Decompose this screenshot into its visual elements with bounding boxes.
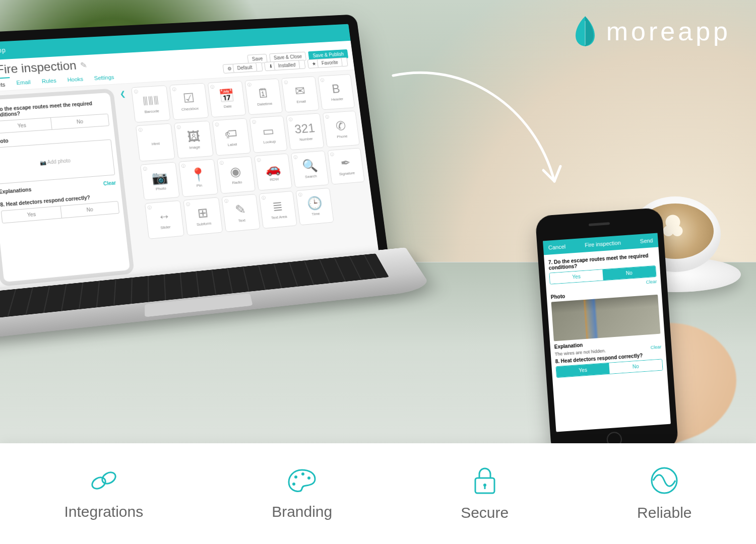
number-icon: 321 [294,121,316,135]
widget-date[interactable]: ⓘ📅Date [207,81,246,117]
phone-send-button[interactable]: Send [640,237,653,244]
text-icon: ✎ [234,203,246,217]
info-icon[interactable]: ⓘ [320,78,325,83]
info-icon[interactable]: ⓘ [252,119,257,125]
phone-title: Fire inspection [585,240,621,248]
widget-signature[interactable]: ⓘ✒Signature [327,148,365,184]
widget-radio[interactable]: ⓘ◉Radio [217,156,256,194]
widget-text[interactable]: ⓘ✎Text [221,194,260,232]
tab-settings[interactable]: Settings [89,71,120,86]
tab-widgets[interactable]: Widgets [0,77,11,92]
info-icon[interactable]: ⓘ [247,82,252,88]
widget-phone[interactable]: ⓘ✆Phone [323,111,360,148]
edit-icon[interactable]: ✎ [80,60,87,70]
filter-installed[interactable]: ⬇ Installed [264,60,305,71]
time-icon: 🕒 [306,196,323,210]
info-icon[interactable]: ⓘ [224,198,228,204]
date-icon: 📅 [218,89,234,103]
widget-time[interactable]: ⓘ🕒Time [296,188,334,226]
info-icon[interactable]: ⓘ [138,127,143,133]
feature-reliable: Reliable [637,466,691,521]
info-icon[interactable]: ⓘ [325,114,330,120]
preview-q7-yesno[interactable]: Yes No [0,113,109,133]
phone-explanation-clear[interactable]: Clear [650,345,661,350]
widget-lookup[interactable]: ⓘ▭Lookup [249,116,288,153]
collapse-chevron-icon[interactable]: ❮ [117,88,128,100]
widget-search[interactable]: ⓘ🔍Search [291,151,329,188]
widget-datetime[interactable]: ⓘ🗓Datetime [244,79,283,115]
info-icon[interactable]: ⓘ [134,89,138,95]
info-icon[interactable]: ⓘ [289,117,293,122]
wave-icon [648,466,680,495]
subform-icon: ⊞ [197,206,209,220]
info-icon[interactable]: ⓘ [210,84,215,90]
widget-label: Photo [156,186,167,191]
widget-checkbox[interactable]: ⓘ☑Checkbox [169,83,209,120]
tab-hooks[interactable]: Hooks [61,73,89,87]
widget-label: Phone [337,134,348,139]
widget-label: Header [331,97,344,102]
info-icon[interactable]: ⓘ [293,154,298,160]
svg-point-5 [292,483,295,486]
widget-image[interactable]: ⓘ🖼Image [174,121,213,159]
laptop-mockup: moreapp 🗎 Fire inspection ✎ Widgets Emai… [0,13,431,385]
widget-rdw[interactable]: ⓘ🚗RDW [254,153,292,191]
widget-pin[interactable]: ⓘ📍Pin [178,159,218,197]
widget-text-area[interactable]: ⓘ≣Text Area [259,191,298,229]
widget-label[interactable]: ⓘ🏷Label [212,118,251,156]
lock-icon [471,466,498,495]
widget-label: Subform [197,221,212,227]
widget-slider[interactable]: ⓘ↔Slider [145,200,184,240]
info-icon[interactable]: ⓘ [298,192,303,197]
leaf-icon [573,15,597,47]
widget-label: Datetime [257,101,273,107]
widget-label: Time [311,212,320,217]
preview-clear-link[interactable]: Clear [103,180,116,186]
preview-add-photo[interactable]: 📷 Add photo [0,140,115,184]
widget-label: Lookup [263,139,276,144]
signature-icon: ✒ [340,156,351,169]
widget-email[interactable]: ⓘ✉Email [281,76,319,112]
brand-name: moreapp [606,16,731,46]
datetime-icon: 🗓 [257,87,270,100]
widget-label: Slider [160,225,171,230]
info-icon[interactable]: ⓘ [284,80,288,85]
phone-cancel-button[interactable]: Cancel [548,243,566,250]
svg-point-4 [307,477,310,480]
filter-favorite[interactable]: ★ Favorite [307,57,348,69]
widget-subform[interactable]: ⓘ⊞Subform [183,197,223,236]
info-icon[interactable]: ⓘ [257,157,261,163]
filter-default[interactable]: ⚙ Default [223,62,263,73]
info-icon[interactable]: ⓘ [181,163,186,169]
link-icon [88,467,120,494]
brand-logo: moreapp [573,15,731,47]
widget-label: Radio [232,180,242,185]
widget-number[interactable]: ⓘ321Number [286,113,324,150]
label-icon: 🏷 [224,127,238,141]
widget-label: Number [299,137,313,142]
info-icon[interactable]: ⓘ [330,152,334,157]
info-icon[interactable]: ⓘ [262,195,266,200]
info-icon[interactable]: ⓘ [215,122,219,127]
widget-header[interactable]: ⓘBHeader [318,74,355,110]
widget-label: Signature [339,171,355,176]
slider-icon: ↔ [157,209,172,223]
tab-rules[interactable]: Rules [36,74,62,88]
widget-barcode[interactable]: ⓘ⦀⦀⦀Barcode [131,85,171,123]
phone-icon: ✆ [335,119,347,132]
widget-label: Image [189,145,200,150]
info-icon[interactable]: ⓘ [143,166,147,171]
phone-photo-thumbnail[interactable] [551,295,661,342]
info-icon[interactable]: ⓘ [177,125,181,130]
widget-html[interactable]: ⓘHtml [136,123,175,162]
info-icon[interactable]: ⓘ [219,160,224,166]
info-icon[interactable]: ⓘ [172,87,177,92]
checkbox-icon: ☑ [182,92,195,105]
tab-email[interactable]: Email [11,76,36,90]
widget-label: Barcode [144,109,159,114]
widget-photo[interactable]: ⓘ📷Photo [140,162,180,200]
info-icon[interactable]: ⓘ [186,201,191,207]
info-icon[interactable]: ⓘ [147,205,152,211]
svg-point-1 [100,470,117,486]
widget-label: Search [305,174,317,179]
